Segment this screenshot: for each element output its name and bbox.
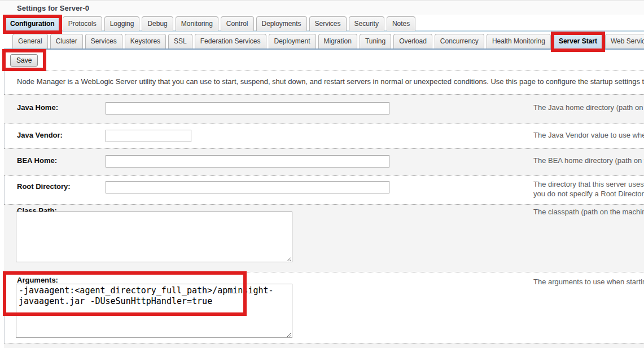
arguments-label: Arguments: — [17, 276, 58, 284]
window-titlebar: Settings for Server-0 — [0, 0, 644, 15]
tab-deployments-label: Deployments — [262, 20, 301, 28]
tab-overload[interactable]: Overload — [393, 34, 432, 49]
tab-tuning[interactable]: Tuning — [360, 34, 391, 49]
tab-configuration[interactable]: Configuration — [5, 16, 60, 31]
java-home-label: Java Home: — [17, 103, 58, 112]
tab-protocols-label: Protocols — [68, 20, 97, 28]
java-vendor-help: The Java Vendor value to use when starti… — [533, 130, 644, 140]
bea-home-label: BEA Home: — [17, 156, 57, 165]
save-button-wrap: Save — [10, 54, 38, 67]
tab-server-start-label: Server Start — [559, 37, 597, 45]
tab-health-monitoring-label: Health Monitoring — [492, 37, 545, 45]
tab-debug-label: Debug — [147, 20, 167, 28]
tab-control-label: Control — [226, 20, 248, 28]
tab-logging[interactable]: Logging — [104, 16, 140, 31]
tab-security-label: Security — [354, 20, 379, 28]
row-java-home: Java Home: The Java home directory (path… — [4, 94, 644, 124]
tab-security[interactable]: Security — [349, 16, 384, 31]
root-directory-help-line-2: you do not specify a Root Directory valu… — [533, 189, 644, 199]
root-directory-input[interactable] — [106, 181, 389, 193]
root-directory-help-line-1: The directory that this server uses as i… — [533, 179, 644, 189]
tab-cluster[interactable]: Cluster — [50, 34, 83, 49]
root-directory-help: The directory that this server uses as i… — [533, 179, 644, 199]
arguments-help: The arguments to use when starting this … — [533, 277, 644, 287]
row-class-path: Class Path: The classpath (path on the m… — [4, 204, 644, 272]
row-java-vendor: Java Vendor: The Java Vendor value to us… — [4, 124, 644, 148]
tab-monitoring-label: Monitoring — [181, 20, 213, 28]
tab-configuration-label: Configuration — [10, 20, 55, 28]
tab-notes-label: Notes — [392, 20, 410, 28]
tab-control[interactable]: Control — [221, 16, 254, 31]
tab-ssl[interactable]: SSL — [168, 34, 192, 49]
tab-debug[interactable]: Debug — [142, 16, 173, 31]
tab-services-label: Services — [315, 20, 341, 28]
tab-deployment-label: Deployment — [274, 37, 310, 45]
tab-deployments[interactable]: Deployments — [256, 16, 307, 31]
tab-federation-services-label: Federation Services — [200, 37, 261, 45]
tab-server-start[interactable]: Server Start — [553, 34, 603, 49]
tab-deployment[interactable]: Deployment — [269, 34, 316, 49]
tab-protocols[interactable]: Protocols — [63, 16, 102, 31]
bottom-row-strip — [4, 343, 644, 348]
tab-migration-label: Migration — [324, 37, 352, 45]
save-button[interactable]: Save — [10, 54, 38, 67]
java-vendor-label: Java Vendor: — [17, 131, 63, 139]
tab-health-monitoring[interactable]: Health Monitoring — [487, 34, 551, 49]
tab-services[interactable]: Services — [309, 16, 347, 31]
intro-text: Node Manager is a WebLogic Server utilit… — [17, 77, 644, 86]
java-home-help: The Java home directory (path on the mac… — [533, 103, 644, 112]
row-bea-home: BEA Home: The BEA home directory (path o… — [4, 148, 644, 175]
tab-notes[interactable]: Notes — [387, 16, 415, 31]
class-path-help: The classpath (path on the machine runni… — [533, 207, 644, 217]
java-vendor-input[interactable] — [106, 130, 191, 142]
bea-home-input[interactable] — [106, 155, 389, 168]
class-path-textarea[interactable] — [16, 212, 292, 262]
tab-overload-label: Overload — [399, 37, 427, 45]
tab-services-2[interactable]: Services — [85, 34, 122, 49]
arguments-textarea[interactable]: -javaagent:<agent_directory_full_path>/a… — [16, 284, 292, 338]
row-root-directory: Root Directory: The directory that this … — [4, 175, 644, 204]
tab-logging-label: Logging — [110, 20, 134, 28]
tab-keystores[interactable]: Keystores — [125, 34, 166, 49]
tab-keystores-label: Keystores — [130, 37, 160, 45]
secondary-tabs: General Cluster Services Keystores SSL F… — [12, 33, 644, 49]
tab-services-2-label: Services — [91, 37, 117, 45]
row-arguments: Arguments: -javaagent:<agent_directory_f… — [4, 272, 644, 343]
tab-tuning-label: Tuning — [365, 37, 385, 45]
page-title: Settings for Server-0 — [17, 4, 89, 12]
secondary-tabs-underline — [4, 49, 644, 50]
tab-ssl-label: SSL — [174, 37, 187, 45]
tab-cluster-label: Cluster — [56, 37, 77, 45]
root-directory-label: Root Directory: — [17, 182, 71, 191]
java-home-input[interactable] — [106, 102, 389, 114]
tab-migration[interactable]: Migration — [318, 34, 357, 49]
tab-concurrency[interactable]: Concurrency — [435, 34, 484, 49]
tab-general-label: General — [18, 37, 42, 45]
tab-web-services-label: Web Services — [611, 37, 644, 45]
tab-federation-services[interactable]: Federation Services — [195, 34, 266, 49]
tab-monitoring[interactable]: Monitoring — [176, 16, 218, 31]
tab-general[interactable]: General — [12, 34, 48, 49]
tab-web-services[interactable]: Web Services — [605, 34, 644, 49]
bea-home-help: The BEA home directory (path on the mach… — [533, 156, 644, 165]
primary-tabs: Configuration Protocols Logging Debug Mo… — [5, 15, 418, 31]
tab-concurrency-label: Concurrency — [440, 37, 479, 45]
